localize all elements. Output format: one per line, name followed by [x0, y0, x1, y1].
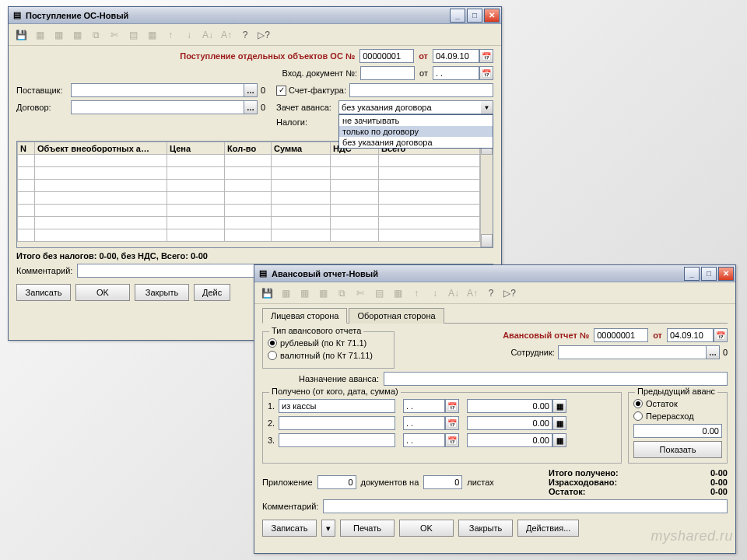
tool-icon[interactable]: ▦: [315, 285, 331, 301]
items-table[interactable]: N Объект внеоборотных а… Цена Кол-во Сум…: [17, 142, 480, 242]
received-date-input[interactable]: [403, 433, 445, 447]
tool-icon[interactable]: ▦: [32, 27, 47, 43]
advance-option[interactable]: без указания договора: [339, 137, 493, 148]
items-grid[interactable]: N Объект внеоборотных а… Цена Кол-во Сум…: [16, 141, 493, 248]
tool-sort-desc-icon[interactable]: A↑: [465, 285, 480, 301]
close-button[interactable]: ✕: [484, 9, 500, 23]
table-row[interactable]: [18, 155, 480, 167]
received-sum-input[interactable]: [467, 416, 552, 430]
doc-number-input[interactable]: [359, 49, 414, 63]
tool-icon[interactable]: ▦: [51, 27, 66, 43]
table-row[interactable]: [18, 180, 480, 192]
chevron-down-icon[interactable]: ▼: [481, 100, 493, 114]
write-button[interactable]: Записать: [16, 284, 71, 301]
received-from-input[interactable]: [279, 399, 395, 413]
received-date-input[interactable]: [403, 416, 445, 430]
doc-number-input[interactable]: [594, 328, 648, 342]
col-object[interactable]: Объект внеоборотных а…: [35, 142, 167, 155]
tool-sort-asc-icon[interactable]: A↓: [446, 285, 461, 301]
radio-currency[interactable]: [268, 351, 277, 360]
tool-down-icon[interactable]: ↓: [181, 27, 197, 43]
table-row[interactable]: [18, 167, 480, 180]
actions-button[interactable]: Дейс: [194, 284, 230, 301]
doc-date-input[interactable]: [433, 49, 479, 63]
tool-cut-icon[interactable]: ✄: [107, 27, 122, 43]
tool-paste-icon[interactable]: ▤: [125, 27, 141, 43]
attach-count-input[interactable]: [317, 475, 356, 489]
tool-up-icon[interactable]: ↑: [163, 27, 178, 43]
contract-input[interactable]: [71, 100, 244, 114]
advance-option[interactable]: не зачитывать: [339, 115, 493, 126]
tool-icon[interactable]: ▦: [69, 27, 85, 43]
col-sum[interactable]: Сумма: [272, 142, 331, 155]
table-row[interactable]: [18, 205, 480, 217]
radio-over[interactable]: [633, 411, 643, 421]
tool-down-icon[interactable]: ↓: [427, 285, 443, 301]
calc-icon[interactable]: ▦: [552, 433, 566, 447]
dropdown-arrow-icon[interactable]: ▾: [321, 520, 335, 537]
radio-rest[interactable]: [633, 399, 643, 408]
maximize-button[interactable]: □: [701, 267, 717, 281]
tool-help-icon[interactable]: ?: [237, 27, 253, 43]
table-row[interactable]: [18, 229, 480, 242]
tool-icon[interactable]: ▦: [296, 285, 312, 301]
table-row[interactable]: [18, 217, 480, 229]
tool-icon[interactable]: ▦: [144, 27, 160, 43]
calendar-icon[interactable]: [445, 399, 459, 413]
invoice-checkbox[interactable]: [276, 86, 286, 96]
ok-button[interactable]: OK: [399, 520, 454, 537]
radio-ruble[interactable]: [268, 338, 277, 348]
previous-value-input[interactable]: [633, 424, 722, 438]
incoming-number-input[interactable]: [360, 66, 415, 80]
close-button[interactable]: ✕: [718, 267, 734, 281]
purpose-input[interactable]: [384, 372, 728, 386]
titlebar[interactable]: ▤ Авансовый отчет-Новый _ □ ✕: [254, 265, 735, 282]
attach-sheets-input[interactable]: [423, 475, 462, 489]
tool-save-icon[interactable]: 💾: [259, 285, 275, 301]
actions-button[interactable]: Действия...: [517, 520, 579, 537]
tab-front[interactable]: Лицевая сторона: [262, 308, 347, 324]
close-button[interactable]: Закрыть: [458, 520, 513, 537]
employee-input[interactable]: [558, 345, 706, 359]
table-row[interactable]: [18, 192, 480, 205]
calendar-icon[interactable]: [479, 49, 493, 63]
advance-option[interactable]: только по договору: [339, 126, 493, 137]
doc-date-input[interactable]: [667, 328, 714, 342]
tool-sort-asc-icon[interactable]: A↓: [200, 27, 216, 43]
comment-input[interactable]: [323, 499, 728, 513]
incoming-date-input[interactable]: [433, 66, 479, 80]
received-sum-input[interactable]: [467, 399, 552, 413]
tool-paste-icon[interactable]: ▤: [371, 285, 387, 301]
print-button[interactable]: Печать: [340, 520, 395, 537]
tool-help-icon[interactable]: ?: [483, 285, 499, 301]
close-button[interactable]: Закрыть: [135, 284, 189, 301]
minimize-button[interactable]: _: [450, 9, 465, 23]
ok-button[interactable]: OK: [75, 284, 130, 301]
write-button[interactable]: Записать: [262, 520, 317, 537]
show-button[interactable]: Показать: [633, 441, 722, 458]
tool-icon[interactable]: ▦: [390, 285, 405, 301]
received-date-input[interactable]: [403, 399, 445, 413]
tool-up-icon[interactable]: ↑: [409, 285, 424, 301]
tool-icon[interactable]: ▦: [278, 285, 293, 301]
tool-whatsthis-icon[interactable]: ▷?: [502, 285, 517, 301]
ellipsis-icon[interactable]: …: [706, 345, 720, 359]
received-sum-input[interactable]: [467, 433, 552, 447]
tool-copy-icon[interactable]: ⧉: [334, 285, 349, 301]
invoice-input[interactable]: [349, 83, 493, 97]
supplier-input[interactable]: [71, 83, 244, 97]
col-n[interactable]: N: [18, 142, 35, 155]
calendar-icon[interactable]: [445, 416, 459, 430]
ellipsis-icon[interactable]: …: [244, 83, 258, 97]
calendar-icon[interactable]: [714, 328, 728, 342]
tool-copy-icon[interactable]: ⧉: [88, 27, 103, 43]
advance-select[interactable]: [338, 100, 481, 114]
calendar-icon[interactable]: [479, 66, 493, 80]
tool-save-icon[interactable]: 💾: [13, 27, 29, 43]
tool-sort-desc-icon[interactable]: A↑: [219, 27, 234, 43]
calc-icon[interactable]: ▦: [552, 416, 566, 430]
maximize-button[interactable]: □: [467, 9, 482, 23]
calc-icon[interactable]: ▦: [552, 399, 566, 413]
minimize-button[interactable]: _: [684, 267, 700, 281]
received-from-input[interactable]: [279, 416, 395, 430]
